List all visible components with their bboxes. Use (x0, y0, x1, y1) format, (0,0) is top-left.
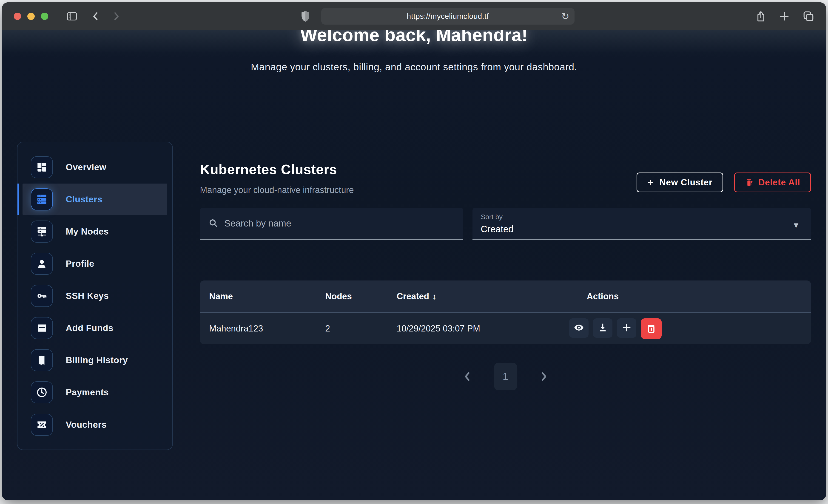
close-window-button[interactable] (14, 13, 21, 20)
servers-icon (31, 188, 53, 210)
sidebar-item-payments[interactable]: Payments (23, 377, 167, 408)
plus-action-button[interactable] (617, 319, 636, 338)
sidebar-item-label: Payments (66, 387, 109, 397)
sidebar-item-label: Vouchers (66, 420, 107, 430)
plus-icon (621, 322, 632, 334)
page-title: Welcome back, Mahendra! (2, 30, 826, 47)
zoom-window-button[interactable] (41, 13, 48, 20)
dashboard-icon (31, 156, 53, 178)
nodes-icon (31, 220, 53, 243)
sidebar-item-label: Overview (66, 162, 107, 172)
sidebar-item-profile[interactable]: Profile (23, 248, 167, 279)
search-icon (208, 218, 218, 229)
sidebar-item-label: My Nodes (66, 226, 109, 237)
sidebar-item-ssh-keys[interactable]: SSH Keys (23, 280, 167, 312)
sort-select[interactable]: Sort by Created ▼ (472, 208, 811, 240)
sidebar-item-label: Billing History (66, 355, 128, 365)
cell-nodes: 2 (325, 324, 397, 334)
sort-value: Created (481, 224, 803, 234)
table-row: Mahendra123210/29/2025 03:07 PM (200, 312, 811, 344)
cell-name: Mahendra123 (200, 324, 325, 334)
forward-button[interactable] (112, 11, 121, 22)
minimize-window-button[interactable] (27, 13, 35, 20)
tab-overview-icon[interactable] (803, 10, 814, 22)
browser-toolbar: https://myceliumcloud.tf ↻ (2, 2, 826, 30)
sidebar-item-add-funds[interactable]: Add Funds (23, 312, 167, 344)
chevron-down-icon: ▼ (792, 221, 800, 230)
section-subtitle: Manage your cloud-native infrastructure (200, 185, 354, 195)
sidebar-item-vouchers[interactable]: Vouchers (23, 409, 167, 440)
page-subtitle: Manage your clusters, billing, and accou… (2, 61, 826, 73)
eye-action-button[interactable] (569, 319, 588, 338)
next-page-icon[interactable] (539, 371, 548, 382)
column-header-created[interactable]: Created ↕ (397, 292, 587, 301)
clusters-table: NameNodesCreated ↕Actions Mahendra123210… (200, 281, 811, 344)
column-header-actions: Actions (587, 292, 811, 301)
back-button[interactable] (91, 11, 100, 22)
sidebar-item-clusters[interactable]: Clusters (23, 183, 167, 215)
person-icon (31, 253, 53, 275)
sidebar-item-label: Clusters (66, 194, 102, 204)
delete-all-button[interactable]: Delete All (734, 172, 811, 192)
trash-action-button[interactable] (641, 319, 662, 339)
search-field (200, 208, 463, 240)
hero-section: Welcome back, Mahendra! Manage your clus… (2, 30, 826, 142)
table-header: NameNodesCreated ↕Actions (200, 281, 811, 312)
section-title: Kubernetes Clusters (200, 162, 354, 177)
sidebar-item-overview[interactable]: Overview (23, 152, 167, 183)
privacy-shield-icon[interactable] (301, 10, 310, 22)
sidebar-item-label: SSH Keys (66, 291, 109, 301)
download-action-button[interactable] (593, 319, 613, 338)
dashboard-page: Welcome back, Mahendra! Manage your clus… (2, 30, 826, 500)
prev-page-icon[interactable] (463, 371, 472, 382)
sidebar-toggle-icon[interactable] (67, 12, 77, 21)
eye-icon (573, 322, 584, 334)
sidebar-nav: OverviewClustersMy NodesProfileSSH KeysA… (17, 142, 173, 450)
key-icon (31, 285, 53, 307)
sort-label: Sort by (481, 213, 803, 221)
url-text: https://myceliumcloud.tf (407, 12, 489, 21)
clusters-panel: Kubernetes Clusters Manage your cloud-na… (200, 142, 811, 390)
new-tab-icon[interactable] (779, 11, 790, 22)
browser-window: https://myceliumcloud.tf ↻ Welcome back,… (2, 2, 826, 500)
reload-icon[interactable]: ↻ (561, 8, 569, 25)
column-header-nodes: Nodes (325, 292, 397, 301)
wallet-icon (31, 317, 53, 339)
clock-icon (31, 381, 53, 404)
share-icon[interactable] (756, 10, 766, 23)
sidebar-item-label: Add Funds (66, 323, 113, 333)
traffic-lights (14, 13, 48, 20)
sidebar-item-my-nodes[interactable]: My Nodes (23, 216, 167, 247)
sort-arrows-icon: ↕ (432, 292, 437, 301)
address-bar[interactable]: https://myceliumcloud.tf ↻ (321, 8, 575, 25)
cell-created: 10/29/2025 03:07 PM (397, 324, 587, 334)
search-input[interactable] (224, 218, 455, 228)
plus-icon: + (647, 177, 654, 188)
new-cluster-button[interactable]: + New Cluster (636, 172, 723, 192)
download-icon (597, 322, 608, 334)
trash-icon (646, 323, 657, 334)
sidebar-item-label: Profile (66, 259, 94, 269)
ticket-icon (31, 414, 53, 436)
pagination: 1 (200, 363, 811, 390)
trash-icon (745, 178, 754, 187)
page-number-button[interactable]: 1 (494, 363, 517, 390)
sidebar-item-billing-history[interactable]: Billing History (23, 345, 167, 376)
receipt-icon (31, 349, 53, 371)
column-header-name: Name (200, 292, 325, 301)
